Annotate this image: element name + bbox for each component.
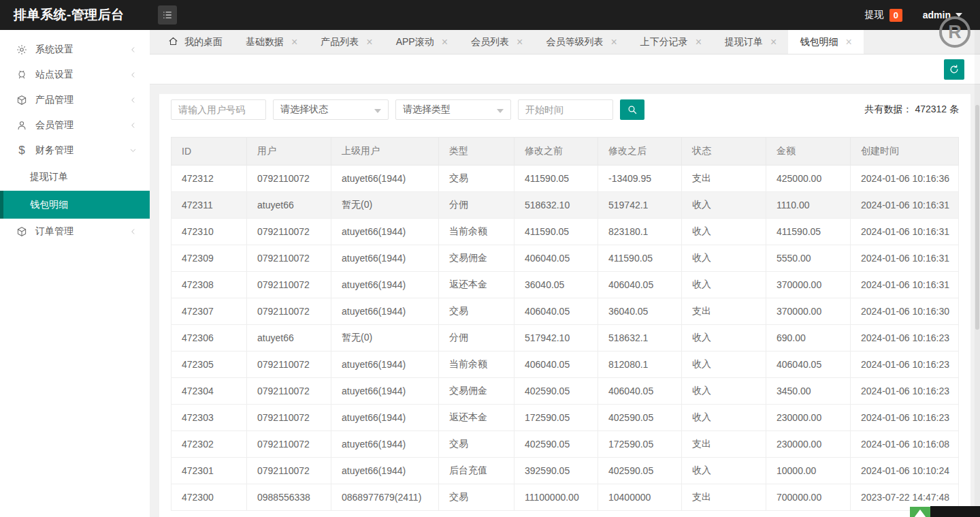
cell-user: 0792110072 bbox=[247, 458, 331, 484]
table-row[interactable]: 472311atuyet66暂无(0)分佣518632.10519742.1收入… bbox=[172, 192, 959, 219]
tab-member-level-list[interactable]: 会员等级列表× bbox=[534, 30, 628, 54]
cell-parent-user: atuyet66(1944) bbox=[331, 431, 439, 458]
cell-amount: 690.00 bbox=[766, 325, 851, 351]
close-icon[interactable]: × bbox=[770, 37, 777, 48]
chevron-left-icon bbox=[129, 227, 137, 236]
user-number-input[interactable] bbox=[171, 99, 266, 120]
cell-after: 402590.05 bbox=[598, 458, 682, 484]
cell-user: 0792110072 bbox=[247, 166, 331, 192]
column-header: ID bbox=[172, 138, 247, 166]
screenshot-tool-icon bbox=[910, 507, 930, 517]
close-icon[interactable]: × bbox=[291, 37, 297, 48]
table-row[interactable]: 4723080792110072atuyet66(1944)返还本金36040.… bbox=[172, 272, 959, 298]
sidebar-item-label: 订单管理 bbox=[35, 225, 74, 238]
cell-user: atuyet66 bbox=[247, 325, 331, 351]
chevron-down-icon bbox=[374, 109, 381, 113]
cell-before: 518632.10 bbox=[514, 192, 598, 219]
sidebar-item-label: 钱包明细 bbox=[30, 199, 68, 211]
sidebar-item-withdraw-orders[interactable]: 提现订单 bbox=[0, 163, 150, 191]
table-row[interactable]: 4723010792110072atuyet66(1944)后台充值392590… bbox=[172, 458, 959, 484]
cell-before: 406040.05 bbox=[514, 298, 598, 325]
table-row[interactable]: 4723020792110072atuyet66(1944)交易402590.0… bbox=[172, 431, 959, 458]
table-row[interactable]: 4723100792110072atuyet66(1944)当前余额411590… bbox=[172, 219, 959, 245]
home-icon bbox=[168, 36, 178, 48]
cell-type: 分佣 bbox=[439, 192, 514, 219]
table-row[interactable]: 4723070792110072atuyet66(1944)交易406040.0… bbox=[172, 298, 959, 325]
cell-status: 支出 bbox=[682, 484, 766, 511]
tab-basic-data[interactable]: 基础数据× bbox=[234, 30, 309, 54]
cell-amount: 370000.00 bbox=[766, 298, 851, 325]
cell-after: 36040.05 bbox=[598, 298, 682, 325]
table-row[interactable]: 4723050792110072atuyet66(1944)当前余额406040… bbox=[172, 351, 959, 378]
wallet-detail-table: ID用户上级用户类型修改之前修改之后状态金额创建时间 4723120792110… bbox=[171, 137, 959, 511]
close-icon[interactable]: × bbox=[696, 37, 702, 48]
cell-id: 472300 bbox=[172, 484, 247, 511]
tab-product-list[interactable]: 产品列表× bbox=[309, 30, 384, 54]
withdraw-notice-link[interactable]: 提现 0 bbox=[865, 9, 902, 22]
table-row[interactable]: 47230009885563380868977679(2411)交易111000… bbox=[172, 484, 959, 511]
cell-status: 收入 bbox=[682, 192, 766, 219]
start-time-input[interactable] bbox=[518, 99, 613, 120]
tab-my-desktop[interactable]: 我的桌面 bbox=[157, 30, 234, 54]
scrollbar-thumb[interactable] bbox=[975, 105, 979, 330]
status-select[interactable]: 请选择状态 bbox=[273, 99, 389, 120]
cell-status: 支出 bbox=[682, 298, 766, 325]
column-header: 金额 bbox=[766, 138, 851, 166]
sidebar-item-product-mgmt[interactable]: 产品管理 bbox=[0, 87, 150, 112]
table-row[interactable]: 4723120792110072atuyet66(1944)交易411590.0… bbox=[172, 166, 959, 192]
cell-id: 472304 bbox=[172, 378, 247, 405]
cell-parent-user: atuyet66(1944) bbox=[331, 245, 439, 272]
tab-label: 会员列表 bbox=[471, 36, 509, 48]
tab-wallet-detail[interactable]: 钱包明细× bbox=[788, 30, 863, 54]
cell-after: 812080.1 bbox=[598, 351, 682, 378]
tab-member-list[interactable]: 会员列表× bbox=[459, 30, 534, 54]
tab-app-scroll[interactable]: APP滚动× bbox=[385, 30, 459, 54]
tab-updown-records[interactable]: 上下分记录× bbox=[629, 30, 713, 54]
table-row[interactable]: 4723030792110072atuyet66(1944)返还本金172590… bbox=[172, 405, 959, 431]
sidebar-item-site-settings[interactable]: 站点设置 bbox=[0, 62, 150, 87]
chevron-down-icon bbox=[497, 109, 504, 113]
sidebar-item-member-mgmt[interactable]: 会员管理 bbox=[0, 112, 150, 138]
column-header: 修改之后 bbox=[598, 138, 682, 166]
cell-amount: 406040.05 bbox=[766, 351, 851, 378]
column-header: 创建时间 bbox=[851, 138, 959, 166]
cell-parent-user: atuyet66(1944) bbox=[331, 458, 439, 484]
cell-after: 402590.05 bbox=[598, 405, 682, 431]
cell-after: -13409.95 bbox=[598, 166, 682, 192]
close-icon[interactable]: × bbox=[517, 37, 523, 48]
user-icon bbox=[16, 120, 27, 131]
cell-before: 172590.05 bbox=[514, 405, 598, 431]
cell-parent-user: atuyet66(1944) bbox=[331, 378, 439, 405]
sidebar-collapse-button[interactable] bbox=[158, 5, 177, 25]
sidebar-item-order-mgmt[interactable]: 订单管理 bbox=[0, 219, 150, 244]
total-count-label: 共有数据： bbox=[865, 104, 913, 114]
cell-created-at: 2024-01-06 10:16:31 bbox=[851, 272, 959, 298]
table-row[interactable]: 4723040792110072atuyet66(1944)交易佣金402590… bbox=[172, 378, 959, 405]
refresh-button[interactable] bbox=[944, 59, 964, 80]
cell-before: 406040.05 bbox=[514, 351, 598, 378]
sidebar-item-finance-mgmt[interactable]: $财务管理 bbox=[0, 138, 150, 163]
sidebar-item-wallet-detail[interactable]: 钱包明细 bbox=[0, 191, 150, 219]
cell-status: 收入 bbox=[682, 272, 766, 298]
cell-type: 返还本金 bbox=[439, 405, 514, 431]
close-icon[interactable]: × bbox=[845, 37, 851, 48]
tab-withdraw-orders[interactable]: 提现订单× bbox=[713, 30, 788, 54]
close-icon[interactable]: × bbox=[442, 37, 448, 48]
sidebar-item-label: 系统设置 bbox=[35, 44, 74, 56]
cell-user: 0792110072 bbox=[247, 298, 331, 325]
table-row[interactable]: 472306atuyet66暂无(0)分佣517942.10518632.1收入… bbox=[172, 325, 959, 351]
type-select[interactable]: 请选择类型 bbox=[395, 99, 511, 120]
cell-created-at: 2024-01-06 10:10:24 bbox=[851, 458, 959, 484]
sidebar-item-system-settings[interactable]: 系统设置 bbox=[0, 37, 150, 62]
cell-status: 收入 bbox=[682, 245, 766, 272]
page-scrollbar[interactable] bbox=[975, 30, 980, 517]
chevron-left-icon bbox=[129, 70, 137, 79]
cell-amount: 5550.00 bbox=[766, 245, 851, 272]
table-row[interactable]: 4723090792110072atuyet66(1944)交易佣金406040… bbox=[172, 245, 959, 272]
cell-before: 411590.05 bbox=[514, 219, 598, 245]
close-icon[interactable]: × bbox=[610, 37, 617, 48]
column-header: 修改之前 bbox=[514, 138, 598, 166]
close-icon[interactable]: × bbox=[366, 37, 372, 48]
search-button[interactable] bbox=[620, 99, 644, 120]
sidebar-item-label: 会员管理 bbox=[35, 119, 74, 131]
